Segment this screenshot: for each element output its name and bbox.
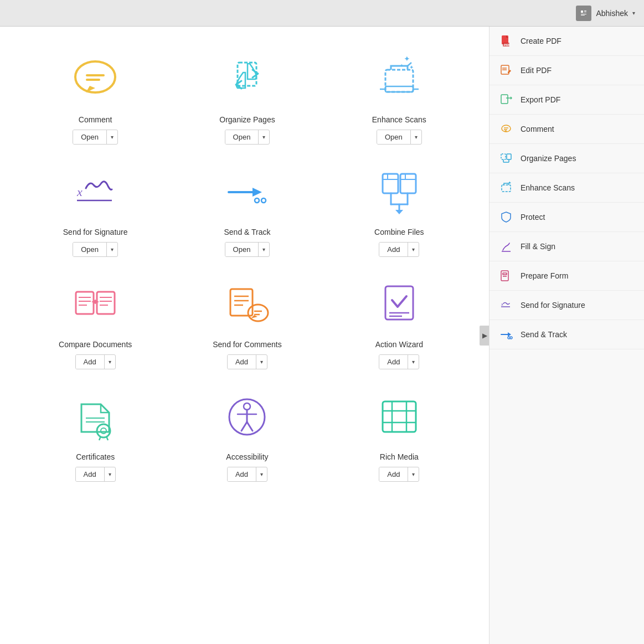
user-name-label: Abhishek <box>596 9 628 18</box>
content-area: Comment Open ▾ Organize Pages Open ▾ <box>0 27 489 644</box>
combine-files-open-button[interactable]: Add <box>379 243 408 256</box>
svg-marker-90 <box>508 332 511 337</box>
send-for-comments-open-button[interactable]: Add <box>228 355 256 369</box>
accessibility-icon <box>214 386 280 447</box>
svg-marker-20 <box>253 188 262 197</box>
sidebar-item-send-for-signature[interactable]: x Send for Signature <box>490 291 644 320</box>
comment-label: Comment <box>79 115 112 124</box>
rich-media-dropdown-button[interactable]: ▾ <box>408 468 419 480</box>
tool-item-comment: Comment Open ▾ <box>22 49 168 145</box>
compare-documents-open-button[interactable]: Add <box>76 355 105 369</box>
svg-text:x: x <box>501 302 504 307</box>
main-layout: Comment Open ▾ Organize Pages Open ▾ <box>0 27 644 644</box>
fill-sign-sidebar-icon <box>498 239 514 254</box>
send-track-button-row: Open ▾ <box>225 242 270 257</box>
accessibility-button-row: Add ▾ <box>227 467 267 482</box>
sidebar-item-export-pdf[interactable]: Export PDF <box>490 85 644 115</box>
organize-pages-label: Organize Pages <box>219 115 275 124</box>
certificates-open-button[interactable]: Add <box>76 467 105 481</box>
svg-rect-85 <box>503 273 507 275</box>
accessibility-label: Accessibility <box>226 452 268 461</box>
send-track-open-button[interactable]: Open <box>225 243 259 256</box>
svg-rect-40 <box>230 289 253 316</box>
protect-sidebar-label: Protect <box>521 213 545 221</box>
sidebar-item-organize-pages[interactable]: Organize Pages <box>490 144 644 173</box>
send-track-sidebar-label: Send & Track <box>521 330 567 339</box>
svg-rect-84 <box>501 271 508 281</box>
send-for-signature-sidebar-icon: x <box>498 297 514 313</box>
svg-text:✦: ✦ <box>508 181 512 186</box>
combine-files-icon <box>366 161 432 222</box>
svg-rect-79 <box>501 154 506 159</box>
certificates-label: Certificates <box>76 452 115 461</box>
sidebar-item-enhance-scans[interactable]: ✦ Enhance Scans <box>490 173 644 203</box>
send-for-comments-label: Send for Comments <box>213 340 282 349</box>
tool-item-action-wizard: Action Wizard Add ▾ <box>326 274 472 369</box>
enhance-scans-label: Enhance Scans <box>372 115 426 124</box>
sidebar-item-comment[interactable]: Comment <box>490 115 644 144</box>
tool-item-send-for-signature: x Send for Signature Open ▾ <box>22 161 168 257</box>
sidebar-item-create-pdf[interactable]: PDF Create PDF <box>490 27 644 56</box>
comment-dropdown-button[interactable]: ▾ <box>107 131 117 143</box>
send-track-dropdown-button[interactable]: ▾ <box>259 244 269 255</box>
enhance-scans-sidebar-icon: ✦ <box>498 180 514 195</box>
rich-media-icon <box>366 386 432 447</box>
sidebar-item-prepare-form[interactable]: Prepare Form <box>490 261 644 291</box>
compare-documents-dropdown-button[interactable]: ▾ <box>105 356 115 368</box>
svg-rect-1 <box>581 11 583 13</box>
organize-pages-button-row: Open ▾ <box>225 130 270 145</box>
tool-item-rich-media: Rich Media Add ▾ <box>326 386 472 482</box>
enhance-scans-sidebar-label: Enhance Scans <box>521 183 575 192</box>
protect-sidebar-icon <box>498 209 514 225</box>
comment-icon <box>62 49 128 110</box>
action-wizard-dropdown-button[interactable]: ▾ <box>408 356 419 368</box>
send-for-signature-dropdown-button[interactable]: ▾ <box>107 244 117 255</box>
send-for-signature-open-button[interactable]: Open <box>73 243 107 256</box>
sidebar-item-fill-sign[interactable]: Fill & Sign <box>490 232 644 261</box>
svg-rect-23 <box>383 174 398 193</box>
tool-item-compare-documents: Compare Documents Add ▾ <box>22 274 168 369</box>
accessibility-dropdown-button[interactable]: ▾ <box>256 468 267 480</box>
rich-media-label: Rich Media <box>380 452 419 461</box>
send-for-signature-label: Send for Signature <box>63 228 128 236</box>
svg-point-92 <box>510 337 512 339</box>
svg-rect-81 <box>502 185 511 192</box>
tool-item-organize-pages: Organize Pages Open ▾ <box>174 49 320 145</box>
user-area[interactable]: Abhishek ▾ <box>576 6 635 21</box>
certificates-dropdown-button[interactable]: ▾ <box>105 468 115 480</box>
svg-rect-73 <box>501 95 508 104</box>
rich-media-open-button[interactable]: Add <box>379 467 408 481</box>
fill-sign-sidebar-label: Fill & Sign <box>521 242 555 251</box>
sidebar-item-send-track[interactable]: Send & Track <box>490 320 644 349</box>
user-icon <box>576 6 591 21</box>
sidebar-item-edit-pdf[interactable]: Edit PDF <box>490 56 644 85</box>
combine-files-dropdown-button[interactable]: ▾ <box>408 244 419 255</box>
comment-open-button[interactable]: Open <box>73 130 107 144</box>
svg-marker-75 <box>511 96 512 100</box>
tool-scroll-container[interactable]: Comment Open ▾ Organize Pages Open ▾ <box>0 27 489 644</box>
send-for-signature-icon: x <box>62 161 128 222</box>
accessibility-open-button[interactable]: Add <box>228 467 256 481</box>
action-wizard-button-row: Add ▾ <box>379 354 419 369</box>
enhance-scans-open-button[interactable]: Open <box>377 130 411 144</box>
send-track-sidebar-icon <box>498 327 514 342</box>
send-track-label: Send & Track <box>224 228 270 236</box>
certificates-button-row: Add ▾ <box>75 467 116 482</box>
sidebar-item-protect[interactable]: Protect <box>490 203 644 232</box>
organize-pages-open-button[interactable]: Open <box>225 130 259 144</box>
certificates-icon <box>62 386 128 447</box>
action-wizard-icon <box>366 274 432 334</box>
organize-pages-dropdown-button[interactable]: ▾ <box>259 131 269 143</box>
combine-files-button-row: Add ▾ <box>379 242 419 257</box>
enhance-scans-dropdown-button[interactable]: ▾ <box>411 131 421 143</box>
compare-documents-button-row: Add ▾ <box>75 354 116 369</box>
svg-rect-62 <box>383 401 416 432</box>
svg-point-44 <box>248 305 268 321</box>
action-wizard-open-button[interactable]: Add <box>379 355 408 369</box>
svg-rect-5 <box>581 15 585 16</box>
svg-rect-47 <box>385 286 413 320</box>
svg-text:✦: ✦ <box>404 54 410 63</box>
svg-line-61 <box>247 422 253 431</box>
collapse-arrow[interactable]: ▶ <box>480 326 489 346</box>
send-for-comments-dropdown-button[interactable]: ▾ <box>256 356 267 368</box>
